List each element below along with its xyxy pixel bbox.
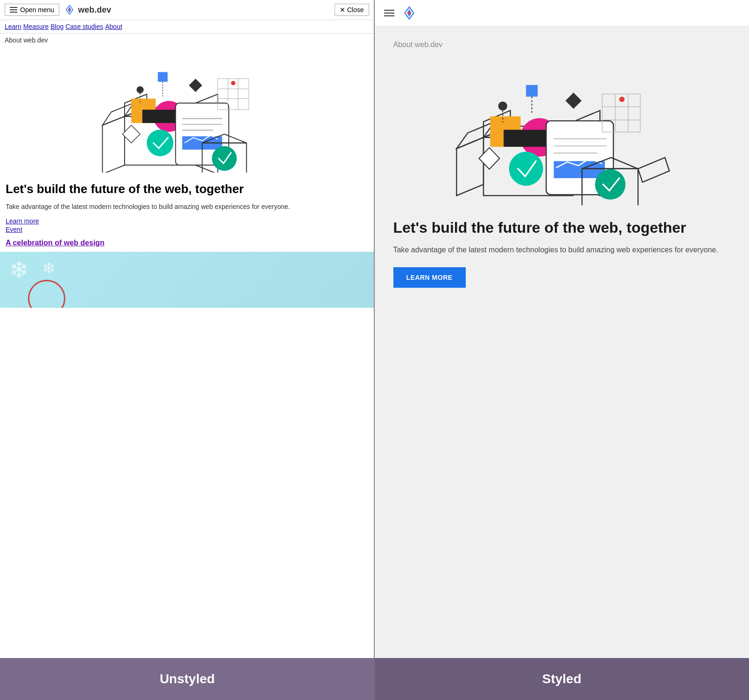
right-main-content: About web.dev [375, 27, 749, 658]
styled-panel: About web.dev [375, 0, 749, 658]
left-links: Learn more Event [6, 217, 368, 233]
svg-point-57 [498, 102, 507, 111]
svg-marker-9 [103, 103, 134, 125]
left-logo: web.dev [64, 4, 111, 15]
svg-marker-26 [189, 79, 203, 92]
snowflake-icon-2: ❄ [42, 259, 56, 277]
right-hamburger-icon[interactable] [384, 10, 394, 16]
webdev-logo-icon [64, 4, 75, 15]
left-hero-illustration [0, 47, 374, 177]
close-label: Close [347, 6, 364, 14]
illustration-svg-right [450, 61, 674, 205]
unstyled-label: Unstyled [0, 658, 375, 700]
menu-button-label: Open menu [20, 6, 54, 14]
learn-more-link[interactable]: Learn more [6, 217, 368, 225]
illustration-svg-left [98, 51, 275, 173]
right-navbar [375, 0, 749, 27]
styled-label: Styled [375, 658, 749, 700]
left-about-text: About web.dev [0, 34, 374, 47]
left-bottom-banner: ❄ ❄ [0, 252, 374, 308]
event-link[interactable]: Event [6, 226, 368, 233]
banner-circle [28, 280, 65, 308]
svg-rect-51 [553, 161, 604, 178]
left-navbar: Open menu web.dev ✕ Close [0, 0, 374, 20]
nav-link-case-studies[interactable]: Case studies [65, 23, 103, 30]
svg-point-2 [69, 9, 71, 11]
right-hero-illustration [393, 58, 731, 208]
unstyled-panel: Open menu web.dev ✕ Close Learn Measure … [0, 0, 375, 658]
svg-point-36 [407, 12, 410, 14]
svg-marker-61 [565, 93, 581, 109]
celebration-link[interactable]: A celebration of web design [6, 239, 105, 247]
svg-point-67 [619, 97, 625, 102]
nav-link-measure[interactable]: Measure [23, 23, 49, 30]
svg-marker-38 [456, 138, 483, 196]
svg-rect-24 [158, 72, 168, 82]
hamburger-icon [10, 7, 17, 13]
left-nav-links: Learn Measure Blog Case studies About [0, 20, 374, 34]
svg-rect-12 [142, 110, 178, 123]
labels-row: Unstyled Styled [0, 658, 749, 700]
right-description: Take advantage of the latest modern tech… [393, 244, 731, 256]
svg-marker-68 [479, 148, 499, 169]
right-webdev-logo-icon [402, 6, 417, 21]
svg-marker-4 [103, 117, 125, 173]
left-heading: Let's build the future of the web, toget… [6, 182, 368, 196]
svg-point-52 [509, 152, 543, 186]
svg-rect-46 [504, 130, 548, 146]
learn-more-button[interactable]: LEARN MORE [393, 267, 466, 288]
svg-point-21 [212, 146, 237, 171]
svg-rect-59 [526, 85, 538, 97]
svg-point-18 [147, 130, 174, 156]
snowflake-icon: ❄ [9, 256, 29, 284]
left-content: Let's build the future of the web, toget… [0, 177, 374, 252]
svg-marker-33 [123, 125, 140, 143]
close-button[interactable]: ✕ Close [335, 4, 369, 16]
right-heading: Let's build the future of the web, toget… [393, 219, 731, 236]
svg-point-32 [231, 81, 236, 86]
right-about-text: About web.dev [393, 41, 731, 49]
site-name: web.dev [78, 5, 111, 15]
close-icon: ✕ [340, 6, 345, 14]
nav-link-learn[interactable]: Learn [5, 23, 21, 30]
svg-marker-55 [638, 158, 669, 182]
left-description: Take advantage of the latest modern tech… [6, 202, 368, 212]
menu-button[interactable]: Open menu [5, 4, 59, 16]
svg-point-22 [137, 86, 144, 93]
svg-point-56 [595, 169, 625, 200]
nav-link-about[interactable]: About [105, 23, 122, 30]
nav-link-blog[interactable]: Blog [50, 23, 63, 30]
